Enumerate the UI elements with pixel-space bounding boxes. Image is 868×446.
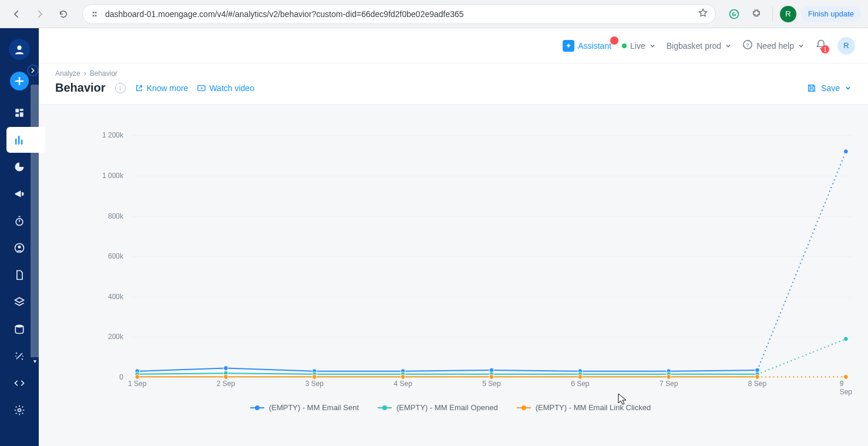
workspace-label: Bigbasket prod <box>667 41 721 51</box>
play-icon <box>197 84 206 92</box>
assistant-icon: ✦ <box>563 40 574 52</box>
y-tick-label: 600k <box>73 252 123 260</box>
breadcrumb-sep: › <box>84 69 86 78</box>
legend-item[interactable]: (EMPTY) - MM Email Sent <box>250 403 359 412</box>
chart-area: 0200k400k600k800k1 000k1 200k 1 Sep2 Sep… <box>39 105 868 446</box>
divider <box>772 7 773 21</box>
extensions-icon[interactable] <box>748 5 765 23</box>
x-tick-label: 6 Sep <box>571 380 589 388</box>
y-tick-label: 800k <box>73 212 123 220</box>
topbar: ✦ Assistant Live Bigbasket prod ? Need h… <box>39 28 868 63</box>
sidebar-expand-button[interactable] <box>27 65 39 76</box>
browser-chrome: dashboard-01.moengage.com/v4/#/analytics… <box>0 0 868 28</box>
site-settings-icon <box>90 9 99 19</box>
y-tick-label: 200k <box>73 333 123 341</box>
svg-point-1 <box>17 46 21 50</box>
legend-label: (EMPTY) - MM Email Opened <box>396 403 498 412</box>
legend-swatch <box>250 405 264 411</box>
svg-point-0 <box>729 9 738 18</box>
svg-point-6 <box>18 409 21 412</box>
back-button[interactable] <box>7 5 26 24</box>
page-header: Analyze › Behavior Behavior i Know more … <box>39 63 868 105</box>
watch-video-link[interactable]: Watch video <box>197 83 254 93</box>
x-tick-label: 9 Sep <box>840 380 852 396</box>
y-axis: 0200k400k600k800k1 000k1 200k <box>73 115 132 377</box>
x-axis: 1 Sep2 Sep3 Sep4 Sep5 Sep6 Sep7 Sep8 Sep… <box>132 377 852 397</box>
y-tick-label: 400k <box>73 293 123 301</box>
svg-point-27 <box>843 337 848 341</box>
x-tick-label: 2 Sep <box>217 380 235 388</box>
help-label: Need help <box>756 41 794 51</box>
svg-point-5 <box>15 325 23 328</box>
legend-swatch <box>378 405 392 411</box>
finish-update-button[interactable]: Finish update <box>801 6 861 22</box>
legend-label: (EMPTY) - MM Email Sent <box>269 403 359 412</box>
legend-item[interactable]: (EMPTY) - MM Email Opened <box>378 403 498 412</box>
workspace-switch[interactable]: Bigbasket prod <box>667 41 732 51</box>
breadcrumb-root[interactable]: Analyze <box>55 69 80 78</box>
x-tick-label: 3 Sep <box>305 380 324 388</box>
sidebar: ▾ <box>0 28 39 446</box>
chevron-down-icon <box>845 85 852 92</box>
y-tick-label: 1 000k <box>73 172 123 180</box>
assistant-button[interactable]: ✦ Assistant <box>563 40 611 52</box>
assistant-label: Assistant <box>578 41 611 51</box>
save-label: Save <box>821 83 840 93</box>
info-icon[interactable]: i <box>115 83 126 93</box>
brand-logo[interactable] <box>9 39 30 60</box>
address-text: dashboard-01.moengage.com/v4/#/analytics… <box>105 9 692 19</box>
notification-badge: 1 <box>821 45 829 53</box>
svg-point-2 <box>16 219 23 226</box>
grammarly-icon[interactable] <box>725 5 743 23</box>
external-link-icon <box>135 84 143 92</box>
create-button[interactable] <box>10 72 29 90</box>
user-avatar[interactable]: R <box>837 37 855 55</box>
profile-chip[interactable]: R <box>780 6 796 22</box>
chevron-down-icon <box>649 42 656 49</box>
help-button[interactable]: ? Need help <box>742 39 805 52</box>
save-button[interactable]: Save <box>807 83 852 93</box>
reload-button[interactable] <box>54 5 73 24</box>
breadcrumb: Analyze › Behavior <box>55 69 852 78</box>
svg-point-18 <box>843 149 848 154</box>
y-tick-label: 0 <box>73 373 123 381</box>
legend-label: (EMPTY) - MM Email Link Clicked <box>536 403 651 412</box>
x-tick-label: 8 Sep <box>748 380 766 388</box>
svg-point-4 <box>18 246 21 249</box>
legend-item[interactable]: (EMPTY) - MM Email Link Clicked <box>517 403 651 412</box>
live-indicator-icon <box>622 43 627 48</box>
live-label: Live <box>630 41 645 51</box>
save-icon <box>807 83 816 93</box>
environment-switch[interactable]: Live <box>622 41 656 51</box>
scroll-cap-icon: ▾ <box>31 357 39 364</box>
forward-button[interactable] <box>31 5 49 24</box>
sidebar-scrollbar[interactable]: ▾ <box>31 85 39 361</box>
address-bar[interactable]: dashboard-01.moengage.com/v4/#/analytics… <box>82 4 716 24</box>
x-tick-label: 7 Sep <box>660 380 678 388</box>
legend-swatch <box>517 405 531 411</box>
chevron-down-icon <box>798 42 805 49</box>
plot <box>132 115 852 377</box>
notifications-button[interactable]: 1 <box>815 39 827 52</box>
y-tick-label: 1 200k <box>73 131 123 139</box>
assistant-dot-icon <box>610 36 618 45</box>
chevron-down-icon <box>725 42 732 49</box>
svg-text:?: ? <box>746 42 749 48</box>
x-tick-label: 1 Sep <box>128 380 146 388</box>
know-more-label: Know more <box>147 83 189 93</box>
page-title: Behavior <box>55 81 106 95</box>
x-tick-label: 5 Sep <box>482 380 500 388</box>
breadcrumb-current: Behavior <box>90 69 117 78</box>
bookmark-icon[interactable] <box>698 8 708 20</box>
svg-point-11 <box>224 366 228 371</box>
help-icon: ? <box>742 39 753 52</box>
legend: (EMPTY) - MM Email Sent(EMPTY) - MM Emai… <box>49 403 852 417</box>
x-tick-label: 4 Sep <box>393 380 412 388</box>
watch-video-label: Watch video <box>209 83 254 93</box>
know-more-link[interactable]: Know more <box>135 83 189 93</box>
